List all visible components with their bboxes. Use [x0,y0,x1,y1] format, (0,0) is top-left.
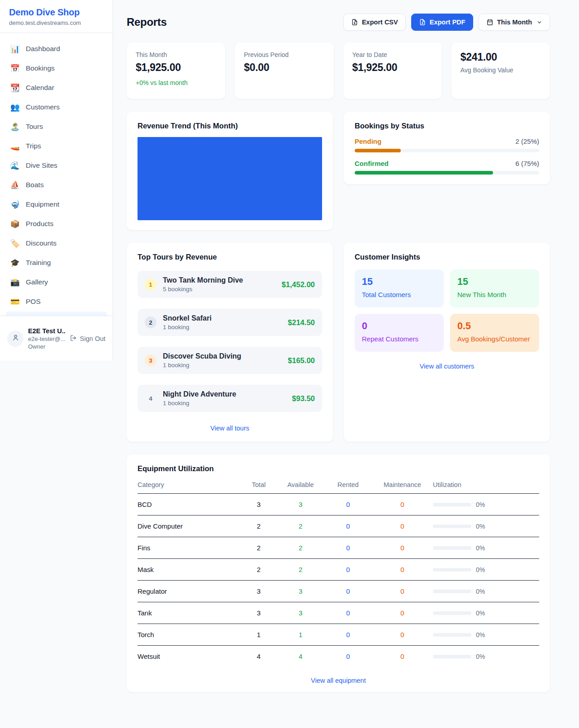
page-title: Reports [127,16,167,28]
nav-item-label: Dive Sites [26,161,57,170]
equipment-rented: 0 [324,646,372,667]
equipment-total: 2 [241,537,277,559]
stat-value: $1,925.00 [136,61,216,74]
sidebar-item-training[interactable]: 🎓 Training [5,253,107,272]
equipment-available: 4 [277,646,324,667]
sidebar-item-discounts[interactable]: 🏷️ Discounts [5,234,107,253]
sidebar-item-selected-partial[interactable] [5,312,107,316]
nav-item-label: Tours [26,123,43,131]
column-header-total: Total [241,481,277,494]
sidebar-item-calendar[interactable]: 📆 Calendar [5,78,107,97]
sidebar-item-pos[interactable]: 💳 POS [5,292,107,311]
sidebar-nav: 📊 Dashboard 📅 Bookings 📆 Calendar 👥 Cust… [0,33,113,316]
tour-list-item: 2 Snorkel Safari 1 booking $214.50 [138,309,322,336]
utilization-percent: 0% [476,610,485,617]
table-row: Tank 3 3 0 0 0% [138,602,539,624]
sidebar-item-dashboard[interactable]: 📊 Dashboard [5,39,107,58]
status-bar-fill [355,171,493,175]
utilization-bar-track [433,655,471,658]
stat-label: This Month [136,51,216,58]
table-row: Mask 2 2 0 0 0% [138,559,539,581]
equipment-maintenance: 0 [372,537,433,559]
column-header-rented: Rented [324,481,372,494]
sidebar-item-boats[interactable]: ⛵ Boats [5,175,107,194]
nav-item-label: Dashboard [26,45,60,53]
nav-item-icon: 🏝️ [10,123,20,131]
utilization-bar-track [433,503,471,506]
export-pdf-button[interactable]: Export PDF [411,14,473,31]
column-header-utilization: Utilization [433,481,539,494]
status-label: Confirmed [355,160,389,167]
view-all-equipment-link[interactable]: View all equipment [138,677,539,684]
nav-item-label: Gallery [26,278,48,286]
nav-item-icon: 📦 [10,220,20,228]
period-label: This Month [497,19,532,26]
stat-value: $0.00 [244,61,324,74]
column-header-category: Category [138,481,241,494]
equipment-rented: 0 [324,602,372,624]
column-header-available: Available [277,481,324,494]
sidebar-item-customers[interactable]: 👥 Customers [5,98,107,117]
sign-out-button[interactable]: Sign Out [70,334,105,343]
equipment-maintenance: 0 [372,559,433,581]
user-role: Owner [28,343,65,350]
equipment-rented: 0 [324,624,372,646]
sidebar-item-products[interactable]: 📦 Products [5,214,107,233]
equipment-category: Torch [138,624,241,646]
insight-tile: 15 New This Month [450,269,539,307]
nav-item-label: Discounts [26,239,57,247]
utilization-percent: 0% [476,653,485,660]
user-footer: E2E Test U... e2e-tester@... Owner Sign … [0,316,113,361]
stat-label: Previous Period [244,51,324,58]
period-dropdown[interactable]: This Month [479,14,550,31]
equipment-maintenance: 0 [372,624,433,646]
calendar-icon [486,19,494,26]
equipment-maintenance: 0 [372,515,433,537]
sidebar-item-dive-sites[interactable]: 🌊 Dive Sites [5,156,107,175]
tour-name: Two Tank Morning Dive [163,276,275,284]
stat-card: Avg Booking Value $241.00 [451,43,550,99]
sidebar-item-trips[interactable]: 🚤 Trips [5,137,107,156]
view-all-customers-link[interactable]: View all customers [355,363,539,370]
utilization-bar-track [433,525,471,528]
stat-value: $241.00 [460,51,541,63]
insight-label: New This Month [457,291,532,298]
equipment-utilization-title: Equipment Utilization [138,464,539,473]
equipment-maintenance: 0 [372,646,433,667]
header-actions: Export CSV Export PDF This Month [343,14,550,31]
nav-item-icon: 🤿 [10,201,20,208]
revenue-trend-title: Revenue Trend (This Month) [138,122,322,130]
sidebar-item-equipment[interactable]: 🤿 Equipment [5,195,107,214]
stats-row: This Month $1,925.00 +0% vs last month P… [127,43,550,99]
customer-insights-title: Customer Insights [355,253,539,261]
stat-label: Year to Date [352,51,433,58]
nav-item-icon: 🌊 [10,162,20,170]
shop-domain: demo.test.divestreams.com [9,19,104,26]
sidebar-item-tours[interactable]: 🏝️ Tours [5,117,107,136]
export-csv-button[interactable]: Export CSV [343,14,406,31]
utilization-bar-track [433,633,471,637]
nav-item-icon: 📊 [10,45,20,53]
stat-card: This Month $1,925.00 +0% vs last month [127,43,225,99]
stat-delta: +0% vs last month [136,79,216,86]
equipment-available: 3 [277,494,324,515]
brand-block[interactable]: Demo Dive Shop demo.test.divestreams.com [0,0,113,33]
nav-item-icon: 📅 [10,65,20,72]
nav-item-label: Calendar [26,84,54,92]
export-pdf-label: Export PDF [430,19,465,26]
equipment-total: 3 [241,581,277,602]
tour-revenue: $165.00 [288,356,315,365]
equipment-maintenance: 0 [372,494,433,515]
tour-list-item: 1 Two Tank Morning Dive 5 bookings $1,45… [138,271,322,298]
sidebar-item-bookings[interactable]: 📅 Bookings [5,59,107,78]
table-row: Fins 2 2 0 0 0% [138,537,539,559]
equipment-total: 3 [241,602,277,624]
equipment-category: Fins [138,537,241,559]
tour-bookings: 1 booking [163,324,281,331]
nav-item-icon: 🚤 [10,142,20,150]
tour-list-item: 4 Night Dive Adventure 1 booking $93.50 [138,385,322,412]
sidebar-item-gallery[interactable]: 📸 Gallery [5,273,107,292]
customer-insights-card: Customer Insights 15 Total Customers 15 … [344,243,550,442]
tour-list-item: 3 Discover Scuba Diving 1 booking $165.0… [138,347,322,374]
view-all-tours-link[interactable]: View all tours [138,425,322,432]
